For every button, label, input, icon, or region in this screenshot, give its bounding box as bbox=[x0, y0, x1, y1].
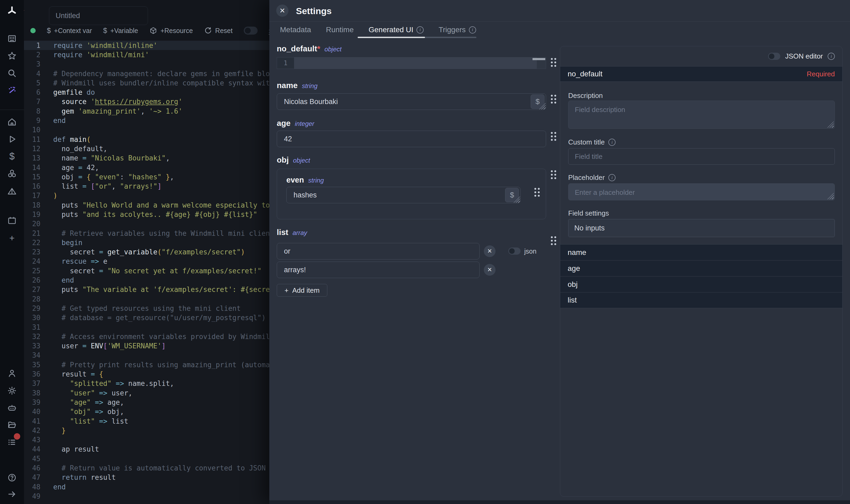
workspace-icon[interactable] bbox=[6, 33, 18, 44]
panel-arg-row-list[interactable]: list bbox=[560, 292, 842, 308]
code-line[interactable]: 18 puts "Hello World and a warm welcome … bbox=[24, 200, 269, 210]
info-icon[interactable]: i bbox=[828, 53, 835, 60]
code-line[interactable]: 9end bbox=[24, 116, 269, 125]
placeholder-textarea[interactable] bbox=[568, 183, 835, 200]
calendar-icon[interactable] bbox=[6, 215, 18, 227]
favorites-star-icon[interactable] bbox=[6, 50, 18, 62]
code-line[interactable]: 29 # Get typed resources using the mini … bbox=[24, 304, 269, 313]
code-line[interactable]: 4# Dependency management: declare gems i… bbox=[24, 69, 269, 78]
code-line[interactable]: 14 age = 42, bbox=[24, 163, 269, 172]
drag-handle[interactable] bbox=[551, 132, 556, 141]
age-field-input[interactable] bbox=[277, 131, 546, 147]
info-icon[interactable]: i bbox=[608, 139, 616, 146]
schedules-prism-icon[interactable] bbox=[6, 185, 18, 197]
code-line[interactable]: 33 user = ENV['WM_USERNAME'] bbox=[24, 341, 269, 351]
code-line[interactable]: 43 bbox=[24, 435, 269, 444]
windmill-logo-icon[interactable] bbox=[6, 5, 18, 17]
code-editor[interactable]: 1require 'windmill/inline'2require 'wind… bbox=[24, 41, 269, 504]
code-line[interactable]: 40 "obj" => obj, bbox=[24, 407, 269, 416]
tab-runtime[interactable]: Runtime bbox=[326, 25, 354, 34]
code-line[interactable]: 41 "list" => list bbox=[24, 416, 269, 426]
code-line[interactable]: 12 no_default, bbox=[24, 144, 269, 153]
code-line[interactable]: 25 secret = "No secret yet at f/examples… bbox=[24, 266, 269, 275]
json-editor-toggle[interactable] bbox=[768, 53, 780, 60]
remove-item-icon[interactable]: ✕ bbox=[484, 245, 495, 257]
json-toggle[interactable] bbox=[508, 248, 521, 255]
search-icon[interactable] bbox=[6, 67, 18, 79]
panel-arg-row-age[interactable]: age bbox=[560, 260, 842, 276]
code-line[interactable]: 1require 'windmill/inline' bbox=[24, 41, 269, 50]
add-resource-button[interactable]: +Resource bbox=[149, 26, 193, 35]
info-icon[interactable]: i bbox=[416, 26, 424, 34]
panel-arg-row-obj[interactable]: obj bbox=[560, 276, 842, 292]
drag-handle[interactable] bbox=[535, 188, 540, 197]
add-context-var-button[interactable]: $ +Context var bbox=[47, 27, 92, 35]
name-field-input[interactable] bbox=[277, 93, 546, 110]
mini-scrollbar[interactable] bbox=[532, 58, 545, 60]
code-line[interactable]: 31 bbox=[24, 323, 269, 332]
code-line[interactable]: 37 "splitted" => name.split, bbox=[24, 379, 269, 388]
add-variable-button[interactable]: $ +Variable bbox=[103, 27, 138, 35]
code-line[interactable]: 16 list = ["or", "arrays!"] bbox=[24, 181, 269, 191]
code-line[interactable]: 6gemfile do bbox=[24, 88, 269, 97]
workers-robot-icon[interactable] bbox=[6, 402, 18, 414]
tab-metadata[interactable]: Metadata bbox=[280, 25, 311, 34]
code-line[interactable]: 27 puts "The variable at 'f/examples/sec… bbox=[24, 285, 269, 294]
remove-item-icon[interactable]: ✕ bbox=[484, 264, 495, 276]
code-line[interactable]: 34 bbox=[24, 351, 269, 360]
code-line[interactable]: 23 secret = get_variable("f/examples/sec… bbox=[24, 248, 269, 257]
code-line[interactable]: 28 bbox=[24, 294, 269, 304]
selected-field-row[interactable]: no_default Required bbox=[560, 67, 842, 82]
drag-handle[interactable] bbox=[551, 95, 556, 104]
list-item-input[interactable] bbox=[277, 262, 480, 278]
variables-dollar-icon[interactable]: $ bbox=[6, 150, 18, 162]
editor-toggle[interactable] bbox=[244, 26, 258, 35]
code-line[interactable]: 22 begin bbox=[24, 238, 269, 247]
ai-wand-icon[interactable] bbox=[6, 85, 18, 96]
code-line[interactable]: 46 # Return value is automatically conve… bbox=[24, 463, 269, 473]
tab-triggers[interactable]: Triggers i bbox=[438, 25, 476, 34]
code-line[interactable]: 8 gem 'amazing_print', '~> 1.6' bbox=[24, 106, 269, 116]
code-line[interactable]: 7 source 'https://rubygems.org' bbox=[24, 97, 269, 106]
no-default-json-input[interactable]: 1 bbox=[277, 57, 546, 69]
help-icon[interactable] bbox=[6, 472, 18, 484]
folders-icon[interactable] bbox=[6, 419, 18, 431]
panel-arg-row-name[interactable]: name bbox=[560, 244, 842, 260]
code-line[interactable]: 20 bbox=[24, 219, 269, 229]
code-line[interactable]: 11def main( bbox=[24, 134, 269, 144]
drag-handle[interactable] bbox=[551, 236, 556, 245]
code-line[interactable]: 49 bbox=[24, 491, 269, 501]
code-line[interactable]: 24 rescue => e bbox=[24, 257, 269, 266]
code-line[interactable]: 44 ap result bbox=[24, 445, 269, 454]
code-line[interactable]: 48end bbox=[24, 482, 269, 491]
code-line[interactable]: 13 name = "Nicolas Bourbaki", bbox=[24, 154, 269, 163]
code-line[interactable]: 36 result = { bbox=[24, 370, 269, 379]
code-line[interactable]: 2require 'windmill/mini' bbox=[24, 50, 269, 59]
code-line[interactable]: 35 # Pretty print results using amazing_… bbox=[24, 360, 269, 370]
script-title-input[interactable] bbox=[49, 6, 148, 25]
code-line[interactable]: 26 end bbox=[24, 275, 269, 285]
code-line[interactable]: 17) bbox=[24, 191, 269, 200]
reset-button[interactable]: Reset bbox=[204, 26, 233, 35]
code-line[interactable]: 10 bbox=[24, 125, 269, 134]
list-item-input[interactable] bbox=[277, 243, 480, 259]
settings-gear-icon[interactable] bbox=[6, 385, 18, 396]
description-textarea[interactable] bbox=[568, 101, 835, 129]
home-icon[interactable] bbox=[6, 116, 18, 128]
close-icon[interactable]: ✕ bbox=[276, 4, 288, 17]
code-line[interactable]: 39 "age" => age, bbox=[24, 398, 269, 407]
resources-cubes-icon[interactable] bbox=[6, 168, 18, 180]
code-line[interactable]: 3 bbox=[24, 60, 269, 69]
tab-generated-ui[interactable]: Generated UI i bbox=[368, 25, 424, 34]
code-line[interactable]: 38 "user" => user, bbox=[24, 388, 269, 398]
runs-play-icon[interactable] bbox=[6, 133, 18, 145]
drag-handle[interactable] bbox=[551, 58, 556, 67]
custom-title-input[interactable] bbox=[568, 148, 835, 165]
add-item-button[interactable]: + Add item bbox=[277, 284, 327, 297]
code-line[interactable]: 15 obj = { "even": "hashes" }, bbox=[24, 172, 269, 181]
account-person-icon[interactable] bbox=[6, 367, 18, 379]
drag-handle[interactable] bbox=[551, 170, 556, 179]
expand-arrow-icon[interactable] bbox=[6, 488, 18, 500]
info-icon[interactable]: i bbox=[608, 174, 616, 181]
info-icon[interactable]: i bbox=[469, 26, 476, 34]
